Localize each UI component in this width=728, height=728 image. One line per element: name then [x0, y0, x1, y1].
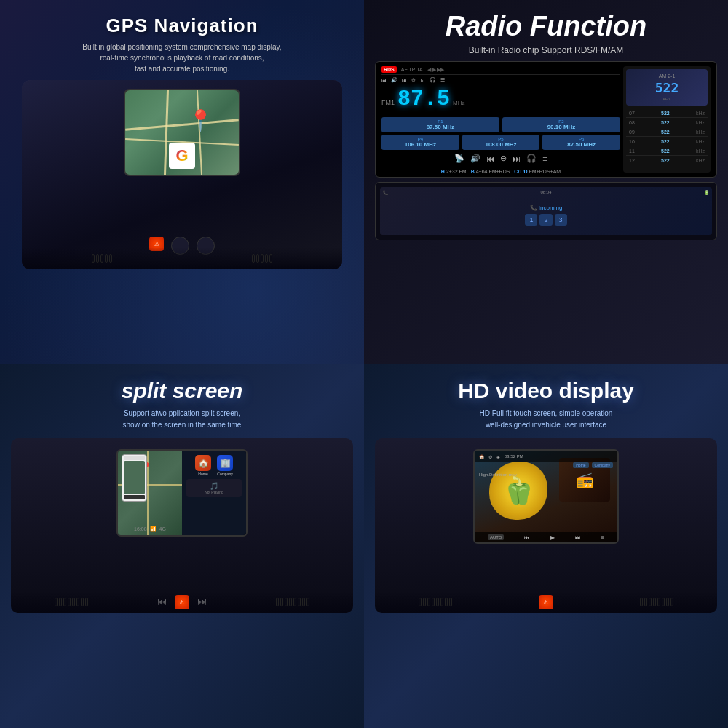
hd-ui-tabs: Home Company	[573, 462, 613, 468]
not-playing: 🎵 Not Playing	[186, 479, 242, 497]
hd-dash-vents: ⚠	[375, 591, 717, 613]
radio-left-panel: RDS AF TP TA ◀ ▶ ▶▶ ⏮ 🔊 ⏭ ⊖ ⏵ 🎧 ☰	[381, 66, 620, 173]
cast-icon: 📡	[454, 154, 464, 163]
home-app-icon: 🏠	[195, 455, 211, 471]
gps-car-container: 📍 G ⚠	[11, 80, 353, 269]
split-right-panel: 🏠 Home 🏢 Company 🎵 Not Playing	[182, 451, 246, 535]
preset-p4[interactable]: P4 106.10 MHz	[381, 135, 459, 150]
spec-h: H 2+32 FM	[441, 169, 467, 174]
radio-buttons-row: ⏮ 🔊 ⏭ ⊖ ⏵ 🎧 ☰	[381, 77, 620, 83]
company-app-label: Company	[217, 472, 232, 476]
home-app-label: Home	[198, 472, 207, 476]
vent-right-split	[276, 598, 309, 606]
phone-ui: 📞 08:04 🔋 📞 Incoming 1 2 3	[380, 187, 712, 235]
radio-freq-display: FM1 87.5 MHz	[381, 85, 620, 113]
gps-interior: 📍 G ⚠	[22, 80, 342, 269]
radio-car-image: AM 2-1 522 kHz	[626, 69, 708, 106]
hd-title: HD video display	[458, 379, 634, 403]
volume-icon: 🔊	[470, 154, 480, 163]
rds-badge: RDS	[381, 66, 397, 73]
split-dashboard: 📍 16:08 📶	[11, 438, 353, 613]
phone-screen-mini	[122, 455, 146, 501]
split-screen-display: 📍 16:08 📶	[116, 449, 248, 537]
radio-screen-secondary: 📞 08:04 🔋 📞 Incoming 1 2 3	[375, 182, 717, 240]
radio-list-10: 10 522 kHz	[626, 138, 708, 146]
phone-status-bar	[124, 456, 145, 460]
preset-p6[interactable]: P6 87.50 MHz	[542, 135, 620, 150]
freq-label: FM1	[381, 99, 395, 106]
phone-mini-map	[124, 461, 145, 494]
radio-title: Radio Function	[446, 11, 647, 42]
key-3[interactable]: 3	[555, 214, 567, 226]
hd-rewind-icon[interactable]: ⏮	[524, 534, 530, 541]
radio-spec-row: H 2+32 FM B 4+64 FM+RDS C/T/D FM+RDS+AM	[381, 167, 620, 175]
freq-number: 87.5	[397, 87, 450, 111]
google-g-letter: G	[169, 143, 195, 169]
phone-overlay	[122, 454, 147, 502]
hd-car-container: 🫑 📻 🏠 ⚙ ◈ 03:52 PM H	[375, 438, 717, 613]
next-icon: ⏭	[513, 154, 521, 163]
split-title: split screen	[122, 379, 243, 403]
hd-eq-icon: ≡	[601, 534, 604, 541]
radio-subtitle: Built-in Radio chip Support RDS/FM/AM	[469, 45, 624, 55]
hd-section: HD video display HD Full fit touch scree…	[364, 364, 728, 728]
hazard-split[interactable]: ⚠	[175, 595, 189, 609]
hd-forward-icon[interactable]: ⏭	[575, 534, 581, 541]
radio-screens: RDS AF TP TA ◀ ▶ ▶▶ ⏮ 🔊 ⏭ ⊖ ⏵ 🎧 ☰	[375, 61, 717, 240]
spec-b: B 4+64 FM+RDS	[471, 169, 510, 174]
split-car-container: 📍 16:08 📶	[11, 438, 353, 613]
split-subtitle: Support atwo pplication split screen, sh…	[123, 408, 242, 431]
split-dash-vents: ⚠	[11, 591, 353, 613]
main-grid: GPS Navigation Built in global positioni…	[0, 0, 728, 728]
radio-icon-row: 📡 🔊 ⏮ ⊖ ⏭ 🎧 ≡	[381, 152, 620, 165]
gps-title: GPS Navigation	[106, 15, 258, 37]
company-app-icon: 🏢	[217, 455, 233, 471]
preset-p1[interactable]: P1 87.50 MHz	[381, 117, 499, 132]
hd-ui-overlay: 🏠 ⚙ ◈ 03:52 PM	[475, 451, 617, 462]
tab-company[interactable]: Company	[592, 462, 613, 468]
radio-right-panel: AM 2-1 522 kHz 07 522 kHz 08 522 kHz	[623, 66, 711, 173]
radio-list-12: 12 522 kHz	[626, 157, 708, 165]
vent-right-hd	[640, 598, 673, 606]
vent-left	[92, 254, 112, 263]
headphone-icon: 🎧	[526, 154, 537, 163]
radio-list-08: 08 522 kHz	[626, 119, 708, 127]
hd-subtitle: HD Full fit touch screen, simple operati…	[480, 408, 613, 431]
key-1[interactable]: 1	[525, 214, 537, 226]
preset-p5[interactable]: P5 108.00 MHz	[462, 135, 540, 150]
hd-dashboard: 🫑 📻 🏠 ⚙ ◈ 03:52 PM H	[375, 438, 717, 613]
google-map-screen: 📍 G	[124, 89, 240, 176]
radio-section: Radio Function Built-in Radio chip Suppo…	[364, 0, 728, 364]
gps-section: GPS Navigation Built in global positioni…	[0, 0, 364, 364]
hd-video-content: 🫑 📻 🏠 ⚙ ◈ 03:52 PM H	[475, 451, 617, 542]
spec-c: C/T/D FM+RDS+AM	[514, 169, 561, 174]
radio-list-07: 07 522 kHz	[626, 109, 708, 118]
radio-list-09: 09 522 kHz	[626, 128, 708, 137]
radio-list-11: 11 522 kHz	[626, 147, 708, 156]
radio-top-bar: RDS AF TP TA ◀ ▶ ▶▶	[381, 66, 620, 75]
app-company[interactable]: 🏢 Company	[217, 455, 233, 476]
gps-subtitle: Built in global positioning system compr…	[82, 41, 281, 74]
preset-row-2: P4 106.10 MHz P5 108.00 MHz P6 87.50 MHz	[381, 135, 620, 150]
dash-vents	[22, 248, 342, 269]
key-2[interactable]: 2	[539, 214, 552, 226]
eq-icon: ≡	[542, 154, 547, 163]
phone-keypad: 1 2 3	[525, 214, 566, 226]
preset-p2[interactable]: P2 90.10 MHz	[502, 117, 620, 132]
vent-right	[252, 254, 272, 263]
map-road	[125, 119, 239, 132]
hd-screen-display: 🫑 📻 🏠 ⚙ ◈ 03:52 PM H	[473, 449, 619, 544]
hd-play-icon[interactable]: ▶	[550, 534, 555, 541]
preset-row-1: P1 87.50 MHz P2 90.10 MHz	[381, 117, 620, 132]
app-home[interactable]: 🏠 Home	[195, 455, 211, 476]
phone-main: 📞 Incoming 1 2 3	[383, 197, 709, 232]
auto-label: AUTO	[488, 534, 505, 540]
map-pin: 📍	[188, 108, 213, 132]
tab-home[interactable]: Home	[573, 462, 588, 468]
radio-screen-main: RDS AF TP TA ◀ ▶ ▶▶ ⏮ 🔊 ⏭ ⊖ ⏵ 🎧 ☰	[375, 61, 717, 178]
gps-dashboard: 📍 G ⚠	[22, 80, 342, 269]
split-section: split screen Support atwo pplication spl…	[0, 364, 364, 728]
split-apps-row: 🏠 Home 🏢 Company	[186, 455, 242, 476]
hazard-hd[interactable]: ⚠	[539, 595, 553, 609]
hd-bottom-controls: AUTO ⏮ ▶ ⏭ ≡	[475, 532, 617, 542]
